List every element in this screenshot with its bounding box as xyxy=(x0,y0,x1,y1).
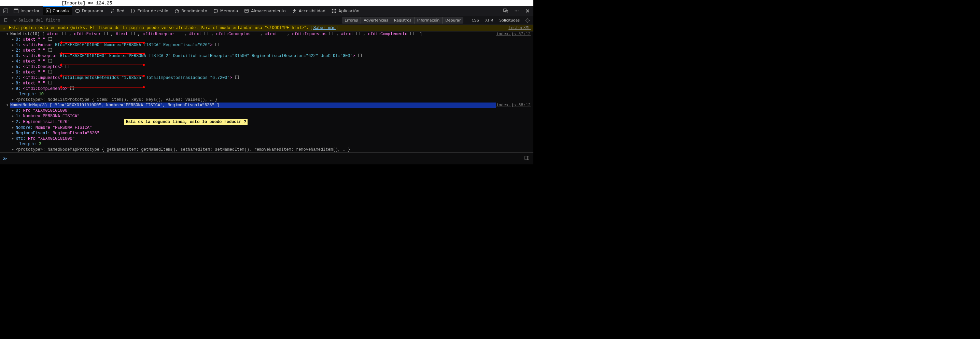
nnm-row-rfc[interactable]: ▸ Rfc: Rfc="XEXX010101000" xyxy=(0,136,533,141)
tab-console[interactable]: Consola xyxy=(43,6,72,15)
target-icon[interactable] xyxy=(131,32,135,35)
filter-debug[interactable]: Depurar xyxy=(442,17,463,24)
target-icon[interactable] xyxy=(254,32,257,35)
target-icon[interactable] xyxy=(235,75,239,79)
nodelist-proto[interactable]: ▸ <prototype>: NodeListPrototype { item:… xyxy=(0,97,533,102)
source-link[interactable]: index.js:58:12 xyxy=(496,102,531,108)
svg-rect-12 xyxy=(335,11,336,13)
tab-app[interactable]: Aplicación xyxy=(329,7,362,15)
expand-icon[interactable]: ▸ xyxy=(12,70,14,75)
nnm-row-nombre[interactable]: ▸ Nombre: Nombre="PERSONA FISICA" xyxy=(0,125,533,131)
nodelist-row-6[interactable]: ▸ 6: #text " " xyxy=(0,70,533,75)
tab-style-label: Editor de estilo xyxy=(137,8,168,13)
row-value: #text " " xyxy=(23,48,45,53)
expand-icon[interactable]: ▸ xyxy=(12,48,14,53)
svg-point-7 xyxy=(245,9,248,10)
filter-requests[interactable]: Solicitudes xyxy=(496,17,522,24)
expand-icon[interactable]: ▸ xyxy=(12,147,14,152)
target-icon[interactable] xyxy=(410,32,414,35)
nodelist-row-0[interactable]: ▸ 0: #text " " xyxy=(0,37,533,42)
target-icon[interactable] xyxy=(281,32,284,35)
more-icon[interactable] xyxy=(512,7,521,15)
nodelist-row-8[interactable]: ▸ 8: #text " " xyxy=(0,81,533,86)
nnm-row-2[interactable]: ▸ 2: RegimenFiscal="626" Esta es la segu… xyxy=(0,119,533,125)
tab-a11y[interactable]: Accesibilidad xyxy=(289,7,328,15)
target-icon[interactable] xyxy=(48,37,52,41)
tab-network[interactable]: Red xyxy=(107,7,127,15)
filter-errors[interactable]: Errores xyxy=(342,17,361,24)
annotation-arrow xyxy=(62,75,145,76)
expand-icon[interactable]: ▸ xyxy=(12,59,14,64)
expand-icon[interactable]: ▸ xyxy=(12,131,14,136)
filter-css[interactable]: CSS xyxy=(469,17,482,24)
expand-icon[interactable]: ▸ xyxy=(12,64,14,70)
row-index: 9: xyxy=(16,86,21,91)
expand-icon[interactable]: ▸ xyxy=(12,108,14,114)
warning-text: Esta página está en modo Quirks. El dise… xyxy=(9,26,309,30)
tab-inspector[interactable]: Inspector xyxy=(11,7,42,15)
target-icon[interactable] xyxy=(48,70,52,74)
collapse-icon[interactable]: ▾ xyxy=(6,32,8,37)
filter-logs[interactable]: Registros xyxy=(391,17,415,24)
expand-icon[interactable]: ▸ xyxy=(12,86,14,91)
warning-source[interactable]: lectorXML xyxy=(508,26,531,30)
nodelist-row-3[interactable]: ▸ 3: <cfdi:Receptor Rfc="XAXX010101000" … xyxy=(0,53,533,59)
nnm-proto[interactable]: ▸ <prototype>: NamedNodeMapPrototype { g… xyxy=(0,147,533,152)
target-icon[interactable] xyxy=(48,59,52,62)
tab-debugger[interactable]: Depurador xyxy=(72,7,107,15)
target-icon[interactable] xyxy=(215,43,219,46)
tab-storage[interactable]: Almacenamiento xyxy=(242,7,288,15)
expand-icon[interactable]: ▸ xyxy=(12,53,14,59)
row-value: #text " " xyxy=(23,81,45,86)
console-input-row[interactable]: ≫ xyxy=(0,152,533,165)
row-value: #text " " xyxy=(23,59,45,64)
target-icon[interactable] xyxy=(48,81,52,85)
collapse-icon[interactable]: ▾ xyxy=(6,102,8,108)
target-icon[interactable] xyxy=(205,32,208,35)
tag-name: cfdi:Complemento xyxy=(25,86,65,91)
nodelist-row-2[interactable]: ▸ 2: #text " " xyxy=(0,48,533,53)
target-icon[interactable] xyxy=(329,32,333,35)
tab-style[interactable]: Editor de estilo xyxy=(128,7,171,15)
filter-warnings[interactable]: Advertencias xyxy=(361,17,391,24)
nodelist-row-4[interactable]: ▸ 4: #text " " xyxy=(0,59,533,64)
nnm-row-regimen[interactable]: ▸ RegimenFiscal: RegimenFiscal="626" xyxy=(0,131,533,136)
clear-console-icon[interactable] xyxy=(2,17,10,24)
settings-icon[interactable] xyxy=(523,17,532,24)
target-icon[interactable] xyxy=(104,32,108,35)
target-icon[interactable] xyxy=(358,54,362,57)
nnm-header-row[interactable]: ▾ NamedNodeMap(3) [ Rfc="XEXX010101000",… xyxy=(0,102,533,108)
nodelist-header-row[interactable]: ▾ NodeList(10) [ #text , cfdi:Emisor , #… xyxy=(0,32,533,37)
close-icon[interactable] xyxy=(523,7,532,15)
filter-xhr[interactable]: XHR xyxy=(482,17,496,24)
expand-icon[interactable]: ▸ xyxy=(12,75,14,81)
tab-memory[interactable]: Memoria xyxy=(211,7,241,15)
split-pane-icon[interactable] xyxy=(523,154,531,163)
black-area xyxy=(0,165,533,181)
expand-icon[interactable]: ▸ xyxy=(12,42,14,48)
nnm-row-0[interactable]: ▸ 0: Rfc="XEXX010101000" xyxy=(0,108,533,114)
target-icon[interactable] xyxy=(356,32,360,35)
target-icon[interactable] xyxy=(62,32,66,35)
filter-info[interactable]: Información xyxy=(415,17,442,24)
dock-icon[interactable] xyxy=(2,7,10,15)
iframe-picker-icon[interactable] xyxy=(501,7,510,15)
target-icon[interactable] xyxy=(178,32,181,35)
expand-icon[interactable]: ▸ xyxy=(12,114,14,119)
learn-more-link[interactable]: [Saber más] xyxy=(311,26,338,30)
source-link[interactable]: index.js:57:12 xyxy=(496,32,531,37)
target-icon[interactable] xyxy=(48,48,52,51)
expand-icon[interactable]: ▸ xyxy=(12,125,14,131)
filter-input-wrap[interactable] xyxy=(13,18,66,23)
expand-icon[interactable]: ▸ xyxy=(12,81,14,86)
page-top-line: [Importe] => 124.25 xyxy=(0,0,533,6)
expand-icon[interactable]: ▸ xyxy=(12,136,14,141)
tab-perf[interactable]: Rendimiento xyxy=(172,7,210,15)
expand-icon[interactable]: ▸ xyxy=(12,37,14,42)
header-item-0: #text xyxy=(47,32,59,37)
expand-icon[interactable]: ▸ xyxy=(12,97,14,102)
expand-icon[interactable]: ▸ xyxy=(12,119,14,125)
filter-input[interactable] xyxy=(18,18,66,23)
nodelist-row-1[interactable]: ▸ 1: <cfdi:Emisor Rfc="XEXX010101000" No… xyxy=(0,42,533,48)
nnm-row-1[interactable]: ▸ 1: Nombre="PERSONA FISICA" xyxy=(0,114,533,119)
